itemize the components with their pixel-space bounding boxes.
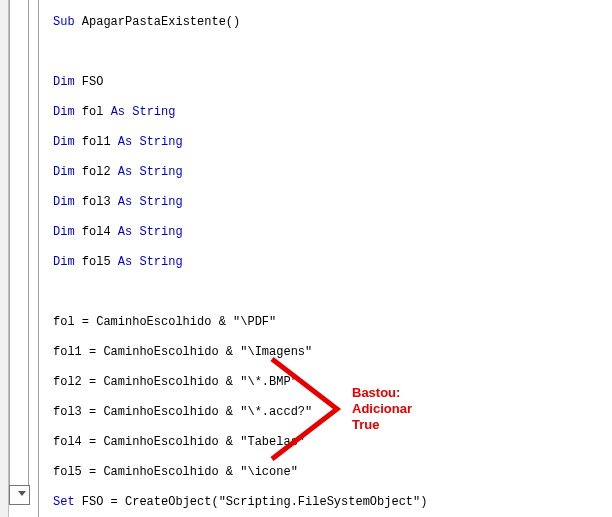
- editor-root: Sub ApagarPastaExistente() Dim FSO Dim f…: [0, 0, 612, 517]
- code-text: fol3 = CaminhoEscolhido & "\*.accd?": [53, 405, 312, 419]
- code-text: FSO: [75, 75, 104, 89]
- keyword-dim: Dim: [53, 75, 75, 89]
- code-text: FSO = CreateObject("Scripting.FileSystem…: [75, 495, 428, 509]
- code-text: fol5: [75, 255, 118, 269]
- code-text: fol: [75, 105, 111, 119]
- annotation-line2: Adicionar: [352, 401, 412, 417]
- keyword-dim: Dim: [53, 165, 75, 179]
- keyword-set: Set: [53, 495, 75, 509]
- keyword-dim: Dim: [53, 105, 75, 119]
- keyword-as-string: As String: [118, 225, 183, 239]
- code-text: fol1 = CaminhoEscolhido & "\Imagens": [53, 345, 312, 359]
- margin-indicator-bar: [9, 0, 29, 489]
- keyword-as-string: As String: [118, 165, 183, 179]
- code-left-margin: [38, 0, 53, 517]
- code-text: fol2: [75, 165, 118, 179]
- code-text: ApagarPastaExistente(): [75, 15, 241, 29]
- code-text: fol3: [75, 195, 118, 209]
- keyword-as-string: As String: [118, 135, 183, 149]
- annotation-label: Bastou: Adicionar True: [352, 385, 412, 433]
- code-text: fol1: [75, 135, 118, 149]
- keyword-as-string: As String: [118, 195, 183, 209]
- code-text: fol5 = CaminhoEscolhido & "\icone": [53, 465, 298, 479]
- annotation-line3: True: [352, 417, 412, 433]
- pane-splitter-strip: [0, 0, 9, 517]
- code-editor[interactable]: Sub ApagarPastaExistente() Dim FSO Dim f…: [53, 0, 609, 517]
- code-text: fol2 = CaminhoEscolhido & "\*.BMP": [53, 375, 298, 389]
- object-dropdown[interactable]: [9, 485, 30, 505]
- keyword-sub: Sub: [53, 15, 75, 29]
- code-text: fol4 = CaminhoEscolhido & "Tabelas": [53, 435, 305, 449]
- code-text: fol = CaminhoEscolhido & "\PDF": [53, 315, 276, 329]
- keyword-as-string: As String: [118, 255, 183, 269]
- code-text: fol4: [75, 225, 118, 239]
- annotation-line1: Bastou:: [352, 385, 412, 401]
- keyword-dim: Dim: [53, 195, 75, 209]
- keyword-dim: Dim: [53, 225, 75, 239]
- chevron-down-icon: [18, 491, 26, 496]
- keyword-as-string: As String: [111, 105, 176, 119]
- keyword-dim: Dim: [53, 135, 75, 149]
- keyword-dim: Dim: [53, 255, 75, 269]
